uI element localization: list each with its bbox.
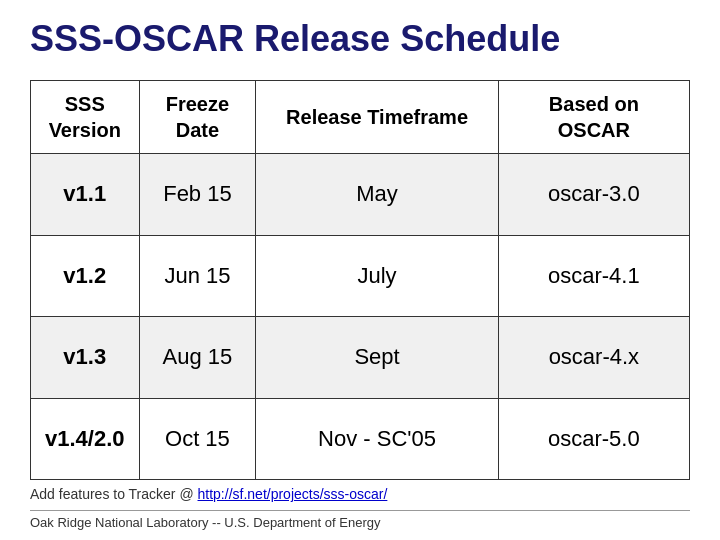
cell-based: oscar-4.1 [498, 235, 689, 317]
table-row: v1.4/2.0Oct 15Nov - SC'05oscar-5.0 [31, 398, 690, 480]
table-row: v1.1Feb 15Mayoscar-3.0 [31, 154, 690, 236]
cell-freeze: Aug 15 [139, 317, 256, 399]
cell-release: May [256, 154, 498, 236]
cell-freeze: Jun 15 [139, 235, 256, 317]
table-row: v1.3Aug 15Septoscar-4.x [31, 317, 690, 399]
cell-version: v1.3 [31, 317, 140, 399]
schedule-table: SSS Version FreezeDate Release Timeframe… [30, 80, 690, 480]
footer-text: Oak Ridge National Laboratory -- U.S. De… [30, 510, 690, 530]
cell-version: v1.4/2.0 [31, 398, 140, 480]
page-title: SSS-OSCAR Release Schedule [30, 18, 690, 60]
add-features-note: Add features to Tracker @ http://sf.net/… [30, 486, 690, 502]
col-header-freeze: FreezeDate [139, 81, 256, 154]
table-header-row: SSS Version FreezeDate Release Timeframe… [31, 81, 690, 154]
cell-release: July [256, 235, 498, 317]
tracker-link[interactable]: http://sf.net/projects/sss-oscar/ [198, 486, 388, 502]
cell-freeze: Feb 15 [139, 154, 256, 236]
col-header-based: Based onOSCAR [498, 81, 689, 154]
cell-based: oscar-5.0 [498, 398, 689, 480]
table-row: v1.2Jun 15Julyoscar-4.1 [31, 235, 690, 317]
cell-version: v1.1 [31, 154, 140, 236]
col-header-release: Release Timeframe [256, 81, 498, 154]
cell-release: Nov - SC'05 [256, 398, 498, 480]
cell-freeze: Oct 15 [139, 398, 256, 480]
cell-based: oscar-4.x [498, 317, 689, 399]
cell-version: v1.2 [31, 235, 140, 317]
col-header-version: SSS Version [31, 81, 140, 154]
cell-based: oscar-3.0 [498, 154, 689, 236]
page-container: SSS-OSCAR Release Schedule SSS Version F… [0, 0, 720, 540]
cell-release: Sept [256, 317, 498, 399]
